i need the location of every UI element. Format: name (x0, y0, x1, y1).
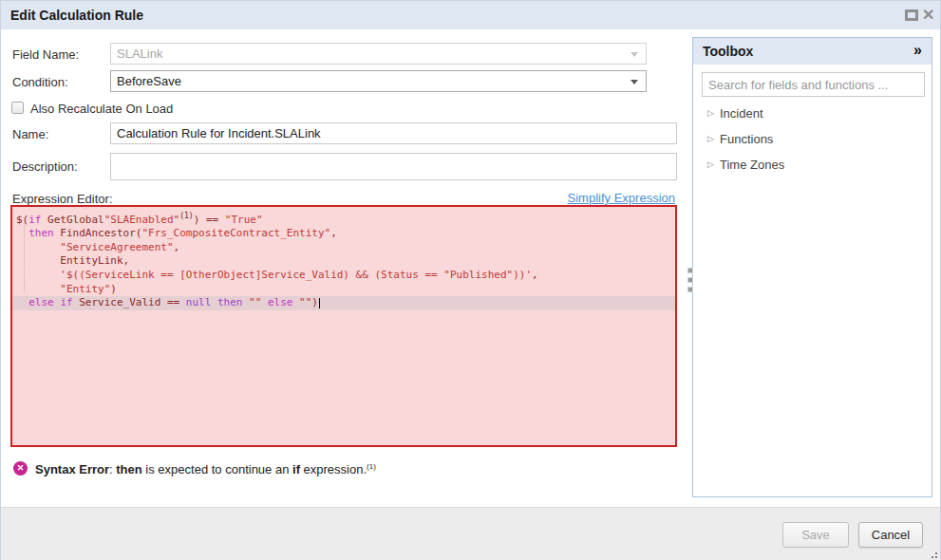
panel-splitter-handle[interactable] (687, 268, 695, 296)
recalculate-checkbox[interactable] (11, 102, 24, 114)
tree-item-label: Functions (720, 132, 773, 146)
field-name-label: Field Name: (12, 47, 79, 62)
toolbox-tree: ▷Incident▷Functions▷Time Zones (693, 101, 932, 177)
tree-item-label: Time Zones (720, 158, 784, 172)
tree-item-functions[interactable]: ▷Functions (693, 126, 932, 152)
simplify-expression-link[interactable]: Simplify Expression (568, 191, 675, 205)
description-input[interactable] (110, 153, 677, 180)
name-input[interactable] (110, 122, 677, 144)
save-button[interactable]: Save (782, 522, 849, 548)
recalculate-label: Also Recalculate On Load (30, 102, 173, 116)
dialog-title: Edit Calculation Rule (10, 8, 143, 23)
description-label: Description: (12, 159, 78, 174)
toolbox-panel: Toolbox » ▷Incident▷Functions▷Time Zones (692, 37, 932, 497)
code-line[interactable]: "ServiceAgreement", (12, 241, 675, 255)
tree-item-label: Incident (720, 106, 763, 121)
text-cursor (319, 298, 320, 308)
tree-item-time-zones[interactable]: ▷Time Zones (693, 152, 932, 177)
expression-editor[interactable]: $(if GetGlobal"SLAEnabled"(1)) == "True"… (10, 205, 677, 447)
toolbox-title: Toolbox (703, 44, 753, 59)
expression-code: $(if GetGlobal"SLAEnabled"(1)) == "True"… (12, 210, 675, 310)
chevron-down-icon (630, 80, 638, 84)
code-line[interactable]: $(if GetGlobal"SLAEnabled"(1)) == "True" (12, 210, 675, 227)
collapse-panel-icon[interactable]: » (913, 42, 922, 59)
cancel-button[interactable]: Cancel (858, 522, 923, 548)
name-label: Name: (12, 127, 48, 141)
code-line[interactable]: "Entity") (12, 283, 675, 297)
field-name-dropdown[interactable]: SLALink (110, 43, 647, 65)
titlebar: Edit Calculation Rule ✕ (1, 1, 940, 29)
code-line[interactable]: EntityLink, (12, 254, 675, 269)
resize-grip[interactable] (930, 551, 938, 559)
error-marker: (1) (367, 462, 376, 471)
error-text: Syntax Error: then is expected to contin… (35, 462, 376, 476)
close-icon[interactable]: ✕ (922, 5, 934, 26)
condition-label: Condition: (12, 75, 68, 89)
expression-editor-label: Expression Editor: (12, 192, 113, 206)
condition-value: BeforeSave (117, 74, 181, 88)
code-line[interactable]: then FindAncestor("Frs_CompositeContract… (12, 227, 675, 241)
footer-bar: Save Cancel (1, 507, 940, 560)
toolbox-header: Toolbox » (693, 38, 932, 65)
error-icon: ✕ (13, 461, 28, 476)
code-line[interactable]: else if Service_Valid == null then "" el… (12, 296, 675, 310)
tree-item-incident[interactable]: ▷Incident (693, 101, 932, 126)
code-line[interactable]: '$((ServiceLink == [OtherObject]Service_… (12, 269, 675, 283)
expand-arrow-icon[interactable]: ▷ (707, 126, 714, 152)
expand-arrow-icon[interactable]: ▷ (707, 152, 714, 177)
maximize-icon[interactable] (905, 9, 918, 21)
chevron-down-icon (630, 52, 638, 57)
condition-dropdown[interactable]: BeforeSave (110, 70, 647, 92)
expand-arrow-icon[interactable]: ▷ (707, 101, 714, 126)
edit-calculation-rule-dialog: Edit Calculation Rule ✕ Field Name: SLAL… (0, 0, 941, 560)
toolbox-search-input[interactable] (702, 72, 925, 97)
field-name-value: SLALink (117, 47, 162, 61)
